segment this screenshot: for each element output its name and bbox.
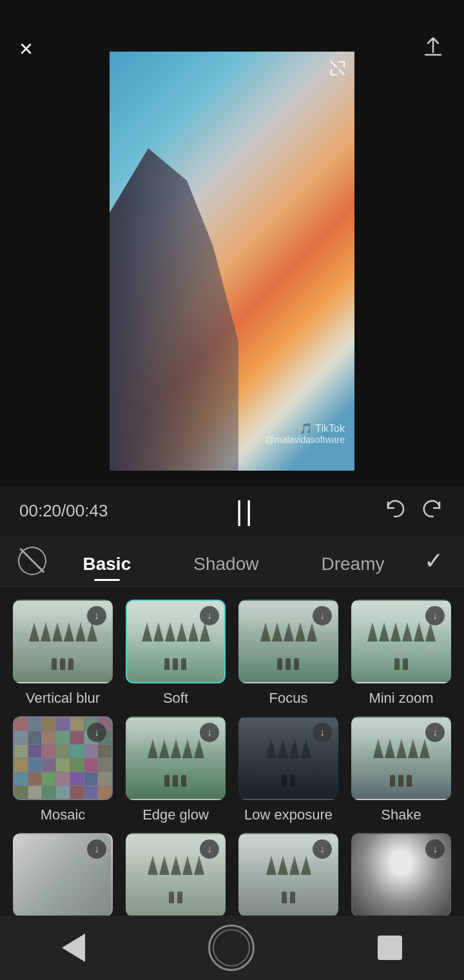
confirm-button[interactable]: ✓ bbox=[416, 547, 451, 574]
effect-row3b[interactable]: ↓ bbox=[122, 833, 229, 916]
redo-button[interactable] bbox=[420, 496, 445, 526]
no-filter-icon bbox=[18, 547, 46, 575]
tab-labels: Basic Shadow Dreamy bbox=[52, 535, 416, 586]
effect-label-soft: Soft bbox=[163, 690, 188, 707]
effect-edge-glow[interactable]: ↓ Edge glow bbox=[122, 716, 229, 823]
effect-thumb-focus: ↓ bbox=[238, 600, 338, 683]
download-icon: ↓ bbox=[313, 606, 332, 625]
effect-thumb-row3c: ↓ bbox=[238, 833, 338, 916]
tiktok-watermark: 🎵 TikTok @malavidasoftware bbox=[266, 422, 345, 445]
effect-thumb-mini-zoom: ↓ bbox=[351, 600, 451, 683]
no-filter-button[interactable] bbox=[13, 547, 52, 575]
playback-right-controls bbox=[383, 496, 445, 526]
effect-mini-zoom[interactable]: ↓ Mini zoom bbox=[348, 600, 454, 707]
effect-thumb-low-exposure: ↓ bbox=[238, 716, 338, 800]
effect-label-shake: Shake bbox=[381, 807, 421, 823]
tab-shadow[interactable]: Shadow bbox=[193, 554, 258, 580]
effect-thumb-soft: ↓ bbox=[126, 600, 226, 683]
effect-shake[interactable]: ↓ Shake bbox=[348, 716, 454, 823]
download-icon: ↓ bbox=[87, 723, 106, 742]
expand-icon[interactable] bbox=[329, 59, 347, 81]
effect-thumb-shake: ↓ bbox=[351, 716, 451, 800]
filter-tabs: Basic Shadow Dreamy ✓ bbox=[0, 535, 464, 587]
effect-thumb-mosaic: ↓ bbox=[13, 716, 113, 800]
bottom-nav bbox=[0, 916, 464, 980]
effect-row3a[interactable]: ↓ bbox=[10, 833, 116, 916]
playback-bar: 00:20/00:43 || bbox=[0, 487, 464, 535]
effect-label-mini-zoom: Mini zoom bbox=[369, 690, 433, 707]
record-button[interactable] bbox=[208, 925, 255, 971]
person-silhouette bbox=[110, 148, 238, 471]
tab-basic[interactable]: Basic bbox=[83, 554, 131, 580]
download-icon: ↓ bbox=[313, 839, 332, 859]
download-icon: ↓ bbox=[200, 606, 219, 625]
download-icon: ↓ bbox=[87, 839, 106, 859]
upload-button[interactable] bbox=[421, 35, 445, 64]
video-container: 🎵 TikTok @malavidasoftware bbox=[0, 35, 464, 487]
effect-label-edge-glow: Edge glow bbox=[142, 807, 209, 823]
effect-thumb-row3d: ↓ bbox=[351, 833, 451, 916]
effect-soft[interactable]: ↓ Soft bbox=[122, 600, 229, 707]
time-display: 00:20/00:43 bbox=[19, 501, 108, 521]
back-button[interactable] bbox=[62, 934, 85, 962]
download-icon: ↓ bbox=[425, 839, 445, 859]
effect-label-mosaic: Mosaic bbox=[41, 807, 86, 823]
effect-row3c[interactable]: ↓ bbox=[235, 833, 342, 916]
effect-thumb-row3a: ↓ bbox=[13, 833, 113, 916]
record-inner bbox=[213, 929, 250, 966]
effect-label-focus: Focus bbox=[269, 690, 308, 707]
stop-button[interactable] bbox=[378, 936, 402, 960]
download-icon: ↓ bbox=[200, 839, 219, 859]
download-icon: ↓ bbox=[425, 723, 445, 742]
effect-label-low-exposure: Low exposure bbox=[244, 807, 333, 823]
download-icon: ↓ bbox=[313, 723, 332, 742]
download-icon: ↓ bbox=[200, 723, 219, 742]
back-icon bbox=[62, 934, 85, 962]
effect-thumb-edge-glow: ↓ bbox=[126, 716, 226, 800]
record-icon bbox=[208, 925, 255, 971]
top-bar bbox=[0, 0, 464, 35]
tab-dreamy[interactable]: Dreamy bbox=[321, 554, 384, 580]
download-icon: ↓ bbox=[87, 606, 106, 625]
effect-thumb-row3b: ↓ bbox=[126, 833, 226, 916]
pause-button[interactable]: || bbox=[236, 496, 255, 527]
effects-section: ↓ Vertical blur ↓ Soft bbox=[0, 587, 464, 916]
video-frame: 🎵 TikTok @malavidasoftware bbox=[110, 52, 354, 471]
video-content: 🎵 TikTok @malavidasoftware bbox=[110, 52, 354, 471]
download-icon: ↓ bbox=[425, 606, 445, 625]
effect-vertical-blur[interactable]: ↓ Vertical blur bbox=[10, 600, 116, 707]
effects-grid: ↓ Vertical blur ↓ Soft bbox=[0, 587, 464, 916]
close-button[interactable]: × bbox=[19, 35, 33, 63]
effect-low-exposure[interactable]: ↓ Low exposure bbox=[235, 716, 342, 823]
effect-label-vertical-blur: Vertical blur bbox=[26, 690, 100, 707]
stop-icon bbox=[378, 936, 402, 960]
effect-mosaic[interactable]: ↓ Mosaic bbox=[10, 716, 116, 823]
effect-focus[interactable]: ↓ Focus bbox=[235, 600, 342, 707]
undo-button[interactable] bbox=[383, 496, 407, 526]
effect-thumb-vertical-blur: ↓ bbox=[13, 600, 113, 683]
effect-row3d[interactable]: ↓ bbox=[348, 833, 454, 916]
